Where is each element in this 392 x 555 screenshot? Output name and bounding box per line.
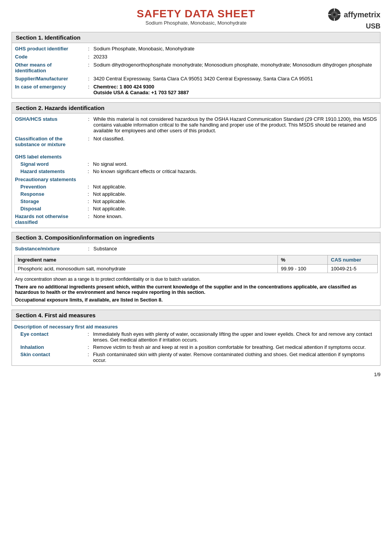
- label-ghs-product-id: GHS product identifier: [15, 46, 88, 52]
- value-signal-word: No signal word.: [93, 161, 377, 167]
- section1: Section 1. Identification GHS product id…: [12, 32, 380, 98]
- row-signal-word: Signal word : No signal word.: [14, 160, 378, 168]
- value-classification: Not classified.: [93, 136, 377, 142]
- value-inhalation: Remove victim to fresh air and keep at r…: [93, 344, 377, 350]
- label-skin-contact: Skin contact: [20, 352, 88, 357]
- ghs-elements-label: GHS label elements: [14, 152, 378, 160]
- section1-header: Section 1. Identification: [12, 32, 380, 43]
- usb-label: USB: [366, 22, 380, 30]
- label-signal-word: Signal word: [20, 161, 88, 167]
- cell-ingredient: Phosphoric acid, monosodium salt, monohy…: [15, 265, 278, 273]
- section4-header: Section 4. First aid measures: [12, 310, 380, 321]
- section3: Section 3. Composition/information on in…: [12, 232, 380, 306]
- section2: Section 2. Hazards identification OSHA/H…: [12, 102, 380, 228]
- value-substance-mixture: Substance: [93, 246, 377, 252]
- value-ghs-product-id: Sodium Phosphate, Monobasic, Monohydrate: [93, 46, 377, 52]
- emergency-line2: Outside USA & Canada: +1 703 527 3887: [93, 90, 189, 95]
- label-disposal: Disposal: [20, 206, 88, 212]
- value-osha: While this material is not considered ha…: [93, 116, 377, 133]
- row-other-means: Other means ofidentification : Sodium di…: [14, 61, 378, 75]
- row-skin-contact: Skin contact : Flush contaminated skin w…: [14, 351, 378, 364]
- section2-header: Section 2. Hazards identification: [12, 103, 380, 113]
- page-subtitle: Sodium Phosphate, Monobasic, Monohydrate: [145, 20, 246, 26]
- value-hazard-statements: No known significant effects or critical…: [93, 168, 377, 174]
- table-row: Phosphoric acid, monosodium salt, monohy…: [15, 265, 378, 273]
- cell-percent: 99.99 - 100: [278, 265, 328, 273]
- value-skin-contact: Flush contaminated skin with plenty of w…: [93, 352, 377, 363]
- header-center: SAFETY DATA SHEET Sodium Phosphate, Mono…: [73, 8, 319, 26]
- label-osha: OSHA/HCS status: [15, 116, 88, 122]
- label-classification: Classification of thesubstance or mixtur…: [15, 136, 88, 147]
- row-eye-contact: Eye contact : Immediately flush eyes wit…: [14, 330, 378, 343]
- value-supplier: 3420 Central Expressway, Santa Clara CA …: [93, 76, 377, 82]
- row-response: Response : Not applicable.: [14, 190, 378, 198]
- label-other-means: Other means ofidentification: [15, 62, 88, 73]
- row-ghs-product-id: GHS product identifier : Sodium Phosphat…: [14, 45, 378, 53]
- row-classification: Classification of thesubstance or mixtur…: [14, 135, 378, 148]
- row-inhalation: Inhalation : Remove victim to fresh air …: [14, 343, 378, 351]
- value-prevention: Not applicable.: [93, 184, 377, 190]
- note3: Occupational exposure limits, if availab…: [14, 296, 378, 304]
- col-header-percent: %: [278, 255, 328, 265]
- note2: There are no additional ingredients pres…: [14, 283, 378, 296]
- svg-point-2: [333, 13, 336, 16]
- value-other-means: Sodium dihydrogenorthophosphate monohydr…: [93, 62, 377, 68]
- row-supplier: Supplier/Manufacturer : 3420 Central Exp…: [14, 75, 378, 83]
- value-hazards-not-classified: None known.: [93, 213, 377, 219]
- label-hazards-not-classified: Hazards not otherwiseclassified: [15, 213, 88, 225]
- label-eye-contact: Eye contact: [20, 331, 88, 337]
- value-disposal: Not applicable.: [93, 206, 377, 212]
- label-inhalation: Inhalation: [20, 344, 88, 350]
- col-header-ingredient: Ingredient name: [15, 255, 278, 265]
- page-number: 1/9: [12, 370, 380, 377]
- label-substance-mixture: Substance/mixture: [15, 246, 88, 252]
- section1-body: GHS product identifier : Sodium Phosphat…: [12, 43, 380, 98]
- row-disposal: Disposal : Not applicable.: [14, 205, 378, 212]
- row-emergency: In case of emergency : Chemtrec: 1 800 4…: [14, 83, 378, 97]
- section4-body: Description of necessary first aid measu…: [12, 321, 380, 365]
- row-code: Code : 20233: [14, 53, 378, 61]
- label-supplier: Supplier/Manufacturer: [15, 76, 88, 82]
- logo-text: affymetrix: [344, 10, 380, 19]
- value-eye-contact: Immediately flush eyes with plenty of wa…: [93, 331, 377, 343]
- value-storage: Not applicable.: [93, 198, 377, 204]
- label-response: Response: [20, 191, 88, 197]
- section3-body: Substance/mixture : Substance Ingredient…: [12, 243, 380, 305]
- section3-header: Section 3. Composition/information on in…: [12, 232, 380, 243]
- section2-body: OSHA/HCS status : While this material is…: [12, 113, 380, 228]
- affymetrix-icon: [327, 8, 341, 22]
- note1: Any concentration shown as a range is to…: [14, 275, 378, 283]
- value-emergency: Chemtrec: 1 800 424 9300 Outside USA & C…: [93, 84, 377, 95]
- row-substance-mixture: Substance/mixture : Substance: [14, 245, 378, 253]
- row-hazards-not-classified: Hazards not otherwiseclassified : None k…: [14, 212, 378, 226]
- row-osha: OSHA/HCS status : While this material is…: [14, 115, 378, 135]
- value-response: Not applicable.: [93, 191, 377, 197]
- page-title: SAFETY DATA SHEET: [137, 8, 255, 20]
- row-prevention: Prevention : Not applicable.: [14, 183, 378, 190]
- col-header-cas: CAS number: [328, 255, 378, 265]
- logo-area: affymetrix USB: [319, 8, 380, 30]
- label-storage: Storage: [20, 198, 88, 204]
- label-prevention: Prevention: [20, 184, 88, 190]
- precautionary-label: Precautionary statements: [14, 175, 378, 183]
- description-label: Description of necessary first aid measu…: [14, 322, 378, 330]
- affymetrix-logo: affymetrix: [327, 8, 380, 22]
- row-storage: Storage : Not applicable.: [14, 198, 378, 205]
- label-code: Code: [15, 54, 88, 60]
- value-code: 20233: [93, 54, 377, 60]
- label-emergency: In case of emergency: [15, 84, 88, 90]
- label-hazard-statements: Hazard statements: [20, 168, 88, 174]
- emergency-line1: Chemtrec: 1 800 424 9300: [93, 84, 154, 90]
- section4: Section 4. First aid measures Descriptio…: [12, 310, 380, 366]
- cell-cas: 10049-21-5: [328, 265, 378, 273]
- ingredients-table: Ingredient name % CAS number Phosphoric …: [14, 255, 378, 273]
- row-hazard-statements: Hazard statements : No known significant…: [14, 168, 378, 175]
- page-header: SAFETY DATA SHEET Sodium Phosphate, Mono…: [12, 8, 380, 30]
